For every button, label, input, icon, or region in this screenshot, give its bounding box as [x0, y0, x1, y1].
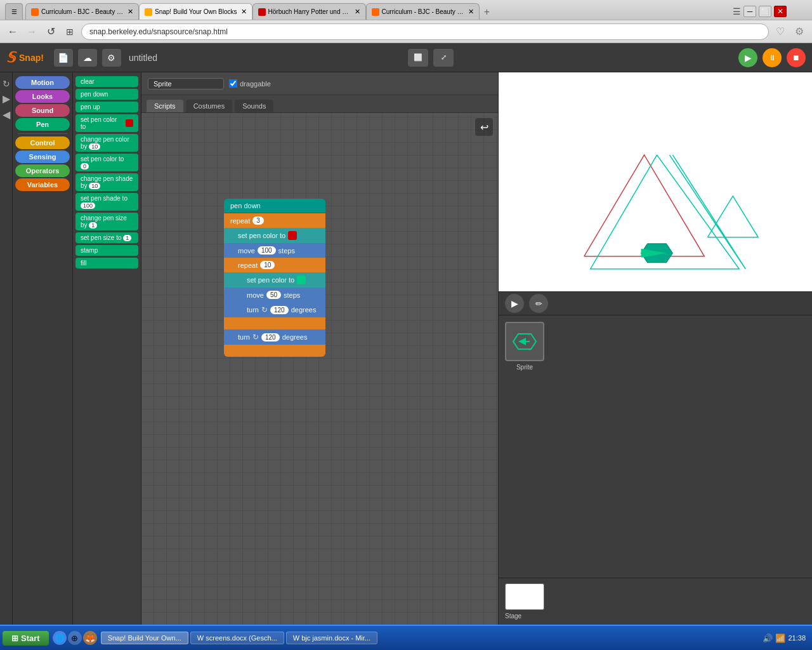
draggable-label[interactable]: draggable [229, 79, 271, 88]
tab-2-close[interactable]: ✕ [241, 8, 247, 16]
category-sensing[interactable]: Sensing [15, 150, 70, 163]
tab-costumes[interactable]: Costumes [186, 100, 233, 112]
category-pen[interactable]: Pen [15, 118, 70, 131]
minimize-button[interactable]: ─ [743, 6, 756, 17]
block-stamp[interactable]: stamp [75, 245, 138, 256]
category-operators[interactable]: Operators [15, 164, 70, 177]
script-move-1[interactable]: move 100 steps [224, 243, 325, 258]
stage-size-button[interactable]: ⬜ [408, 49, 428, 67]
script-move-2[interactable]: move 50 steps [224, 288, 325, 302]
network-icon[interactable]: 🔊 [763, 633, 773, 643]
tab-scripts[interactable]: Scripts [147, 100, 183, 112]
nav-arrow-right[interactable]: ▶ [3, 93, 10, 105]
back-button[interactable]: ← [5, 24, 20, 39]
script-set-pen-color-1[interactable]: set pen color to [224, 228, 325, 243]
tab-sounds[interactable]: Sounds [235, 100, 273, 112]
cloud-button[interactable]: ☁ [78, 49, 97, 67]
nav-arrow-left[interactable]: ◀ [3, 109, 10, 121]
block-pen-up[interactable]: pen up [75, 102, 138, 112]
script-group: pen down repeat 3 set pen color to [224, 199, 325, 357]
script-repeat-2[interactable]: repeat 10 [224, 258, 325, 272]
start-icon: ⊞ [11, 633, 18, 643]
snap-logo: 𝕊 [6, 50, 14, 66]
script-turn-2[interactable]: turn ↻ 120 degrees [224, 302, 325, 317]
refresh-button[interactable]: ↺ [43, 24, 58, 39]
blocks-panel: clear pen down pen up set pen color to c… [73, 72, 141, 625]
block-change-pen-size[interactable]: change pen size by 1 [75, 213, 138, 230]
block-pen-down[interactable]: pen down [75, 89, 138, 100]
scripts-canvas[interactable]: ↩ pen down repeat 3 [141, 113, 498, 625]
sprites-area: Sprite [499, 315, 812, 578]
close-button[interactable]: ✕ [774, 6, 787, 17]
pause-button[interactable]: ⏸ [763, 48, 782, 67]
stage-canvas [499, 72, 812, 291]
sprite-item[interactable]: Sprite [505, 322, 544, 371]
draggable-checkbox[interactable] [229, 79, 237, 88]
snap-body: ↻ ▶ ◀ Motion Looks Sound Pen Control Sen… [0, 72, 812, 625]
block-set-pen-shade[interactable]: set pen shade to 100 [75, 193, 138, 211]
tab-4-close[interactable]: ✕ [468, 8, 474, 16]
script-repeat-1[interactable]: repeat 3 [224, 213, 325, 228]
bookmark-button[interactable]: ♡ [773, 24, 788, 39]
taskbar-item-2[interactable]: W screens.docx (Gesch... [190, 632, 284, 644]
address-bar[interactable]: snap.berkeley.edu/snapsource/snap.html [81, 23, 769, 40]
app-title: untitled [126, 53, 403, 63]
tab-1[interactable]: Curriculum - BJC - Beauty an... ✕ [25, 3, 139, 20]
stage-thumbnail-area: Stage [499, 578, 812, 625]
block-set-pen-color-num[interactable]: set pen color to 0 [75, 154, 138, 171]
block-clear[interactable]: clear [75, 76, 138, 87]
browser-menu-button[interactable]: ☰ [5, 3, 23, 20]
volume-icon[interactable]: 📶 [775, 633, 785, 643]
block-change-pen-shade[interactable]: change pen shade by 10 [75, 173, 138, 191]
stage-run-button[interactable]: ▶ [505, 294, 524, 313]
category-looks[interactable]: Looks [15, 90, 70, 103]
script-set-pen-color-2[interactable]: set pen color to [224, 272, 325, 288]
clock: 21:38 [788, 634, 806, 642]
undo-button[interactable]: ↩ [475, 118, 493, 136]
script-turn-1[interactable]: turn ↻ 120 degrees [224, 329, 325, 345]
stop-button[interactable]: ⏹ [787, 48, 806, 67]
firefox-icon[interactable]: 🦊 [83, 631, 97, 645]
tab-1-close[interactable]: ✕ [128, 8, 133, 16]
category-variables[interactable]: Variables [15, 178, 70, 191]
main-area: draggable Scripts Costumes Sounds ↩ [141, 72, 812, 625]
block-change-pen-color[interactable]: change pen color by 10 [75, 134, 138, 152]
sprite-name-input[interactable] [148, 78, 224, 90]
stage-edit-button[interactable]: ✏ [529, 294, 548, 313]
file-button[interactable]: 📄 [54, 49, 73, 67]
stage-thumb[interactable] [505, 583, 544, 610]
taskbar-item-1[interactable]: Snap! Build Your Own... [101, 632, 188, 644]
chrome-icon[interactable]: ⊕ [68, 631, 82, 645]
extensions-button[interactable]: ⚙ [792, 24, 807, 39]
block-set-pen-color-swatch[interactable]: set pen color to [75, 114, 138, 132]
category-control[interactable]: Control [15, 136, 70, 149]
browser-navbar: ← → ↺ ⊞ snap.berkeley.edu/snapsource/sna… [0, 20, 812, 43]
green-flag-button[interactable]: ▶ [738, 48, 757, 67]
restore-button[interactable]: ⬜ [759, 6, 771, 17]
category-motion[interactable]: Motion [15, 76, 70, 89]
start-button[interactable]: ⊞ Start [3, 631, 49, 646]
system-tray: 🔊 📶 21:38 [759, 633, 809, 643]
nav-arrow-up[interactable]: ↻ [3, 79, 10, 89]
tab-3-close[interactable]: ✕ [355, 8, 360, 16]
ie-icon[interactable]: 🌐 [53, 631, 67, 645]
tab-3[interactable]: Hörbuch Harry Potter und de... ✕ [252, 3, 366, 20]
new-tab-button[interactable]: + [480, 4, 495, 20]
forward-button[interactable]: → [24, 24, 39, 39]
tab-4[interactable]: Curriculum - BJC - Beauty ar... ✕ [366, 3, 480, 20]
settings-button[interactable]: ⚙ [102, 49, 121, 67]
stage-label: Stage [505, 613, 521, 620]
sprite-header: draggable [141, 72, 498, 95]
block-set-pen-size[interactable]: set pen size to 1 [75, 232, 138, 243]
browser-settings-icon[interactable]: ☰ [733, 6, 741, 17]
stage-drawing [499, 72, 812, 291]
category-sound[interactable]: Sound [15, 104, 70, 117]
tab-2[interactable]: Snap! Build Your Own Blocks ✕ [139, 3, 252, 20]
taskbar-item-3[interactable]: W bjc jasmin.docx - Mir... [286, 632, 377, 644]
script-pen-down[interactable]: pen down [224, 199, 325, 213]
block-fill[interactable]: fill [75, 258, 138, 269]
tab-2-label: Snap! Build Your Own Blocks [155, 8, 237, 15]
fullscreen-button[interactable]: ⤢ [433, 49, 454, 67]
sprite-icon[interactable] [505, 322, 544, 361]
home-button[interactable]: ⊞ [62, 24, 77, 39]
